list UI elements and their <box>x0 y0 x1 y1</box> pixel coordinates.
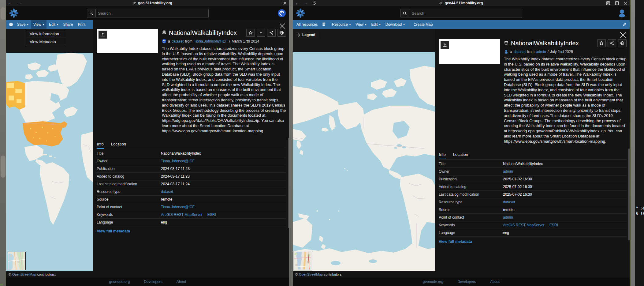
star-icon <box>599 41 604 45</box>
tab-location[interactable]: Location <box>453 151 468 159</box>
favorite-button[interactable] <box>597 39 606 47</box>
search-button[interactable] <box>87 9 96 17</box>
tab-location[interactable]: Location <box>111 141 126 149</box>
print-button[interactable]: Print <box>75 20 88 29</box>
footer-link[interactable]: About <box>177 280 186 284</box>
search-input[interactable] <box>96 9 208 17</box>
info-value: dataset <box>503 200 515 204</box>
dataset-type-link[interactable]: dataset <box>514 50 526 54</box>
view-full-metadata-link[interactable]: View full metadata <box>97 226 286 236</box>
geonode-logo[interactable] <box>9 9 18 18</box>
search-input[interactable] <box>409 9 522 17</box>
dataset-description: The Walkabiliy Index dataset characteriz… <box>504 57 627 144</box>
download-button[interactable] <box>257 29 265 37</box>
share-button[interactable] <box>267 29 276 37</box>
dataset-type-link[interactable]: dataset <box>172 39 184 43</box>
world-map[interactable] <box>293 52 435 271</box>
info-value: NationalWalkabilityIndex <box>161 151 201 156</box>
share-icon <box>269 31 274 35</box>
edit-menu[interactable]: Edit▾ <box>369 20 383 29</box>
tab-info[interactable]: Info <box>97 141 104 149</box>
info-table: TitleNationalWalkabilityIndexOwneradminP… <box>439 160 627 237</box>
create-map-button[interactable]: Create Map <box>411 20 435 29</box>
expand-panel-icon[interactable] <box>622 22 627 27</box>
scrollbar[interactable] <box>628 149 630 240</box>
scrollbar[interactable] <box>288 138 289 228</box>
upload-thumbnail-button[interactable] <box>99 31 107 39</box>
geonode-logo[interactable] <box>296 9 305 18</box>
info-value: remote <box>161 197 172 201</box>
titlebar: ← → geo44.511mobility.org <box>293 0 630 6</box>
info-value-link[interactable]: dataset <box>161 190 173 194</box>
owner-link[interactable]: Tiona.Johnson@ICF <box>194 39 228 43</box>
resource-toolbar: All resources Resource▾ View▾ Edit▾ Down… <box>293 20 630 29</box>
view-full-metadata-link[interactable]: View full metadata <box>439 237 627 246</box>
view-menu[interactable]: View▾ <box>31 20 47 29</box>
close-window-icon[interactable] <box>283 2 287 5</box>
close-panel-icon[interactable] <box>619 31 627 39</box>
info-value-link[interactable]: ESRI <box>207 213 216 217</box>
search-button[interactable] <box>401 9 409 17</box>
share-button[interactable]: Share <box>61 20 75 29</box>
save-menu[interactable]: Save▾ <box>15 20 31 29</box>
footer-link[interactable]: Developers <box>144 280 162 284</box>
openstreetmap-link[interactable]: OpenStreetMap <box>12 273 36 276</box>
legend-toggle[interactable]: Legend <box>295 31 319 39</box>
info-value-link[interactable]: ESRI <box>549 223 558 227</box>
all-resources-button[interactable]: All resources <box>294 20 320 29</box>
info-value-link[interactable]: Tiona.Johnson@ICF <box>161 205 195 209</box>
url-bar[interactable]: geo44.511mobility.org <box>316 1 606 5</box>
world-map[interactable] <box>6 53 93 271</box>
forward-button[interactable]: → <box>17 1 21 5</box>
url-bar[interactable]: geo.511mobility.org <box>21 1 283 5</box>
back-button[interactable]: ← <box>9 1 13 5</box>
info-value-link[interactable]: ArcGIS REST MapServer <box>161 213 203 217</box>
info-value-link[interactable]: admin <box>503 215 513 220</box>
forward-button[interactable]: → <box>304 1 308 5</box>
download-menu[interactable]: Download▾ <box>383 20 407 29</box>
favorite-button[interactable] <box>246 29 255 37</box>
info-value-link[interactable]: admin <box>503 169 513 174</box>
owner-link[interactable]: admin <box>536 50 546 54</box>
footer-link[interactable]: About <box>490 280 500 284</box>
close-panel-icon[interactable] <box>279 23 285 29</box>
edit-menu[interactable]: Edit▾ <box>47 20 61 29</box>
account-avatar-user[interactable] <box>617 9 627 18</box>
dropdown-item[interactable]: View Metadata <box>26 38 66 46</box>
overview-minimap[interactable] <box>8 252 26 270</box>
map-attribution: © OpenStreetMap contributors. <box>6 271 289 277</box>
info-value-text: NationalWalkabilityIndex <box>161 151 201 156</box>
info-row: TitleNationalWalkabilityIndex <box>97 150 286 157</box>
footer-link[interactable]: geonode.org <box>423 280 443 284</box>
reload-icon[interactable] <box>312 1 316 5</box>
close-window-icon[interactable] <box>624 2 627 5</box>
globe-button[interactable] <box>618 39 627 47</box>
dataset-toolbar-icon-button[interactable] <box>320 20 328 29</box>
info-button[interactable] <box>7 20 15 29</box>
footer-link[interactable]: geonode.org <box>109 280 130 284</box>
dropdown-item[interactable]: View information <box>26 30 66 38</box>
menu-list-icon[interactable] <box>606 1 610 5</box>
info-value-link[interactable]: ArcGIS REST MapServer <box>503 223 545 227</box>
info-value-link[interactable]: dataset <box>503 200 515 204</box>
map-area[interactable]: View informationView Metadata <box>6 29 93 271</box>
tab-overview-icon[interactable] <box>615 1 619 5</box>
openstreetmap-link[interactable]: OpenStreetMap <box>299 273 323 276</box>
account-avatar-geonode[interactable] <box>277 9 286 17</box>
overview-minimap[interactable] <box>293 251 312 270</box>
map-area[interactable]: Legend <box>293 29 435 271</box>
footer-link[interactable]: Developers <box>457 280 476 284</box>
info-label: Last catalog modification <box>439 192 503 197</box>
globe-button[interactable] <box>277 29 286 37</box>
tab-info[interactable]: Info <box>439 151 446 159</box>
resource-menu[interactable]: Resource▾ <box>329 20 353 29</box>
dataset-icon <box>322 22 326 27</box>
terminal-window-edge: " 50 6 (K <box>630 0 644 286</box>
upload-thumbnail-button[interactable] <box>441 41 449 49</box>
info-value-link[interactable]: Tiona.Johnson@ICF <box>161 159 195 163</box>
share-button[interactable] <box>608 39 616 47</box>
info-value: 2025-07-02 16:30 <box>503 192 532 197</box>
browser-window-right: ← → geo44.511mobility.org <box>293 0 630 286</box>
view-menu[interactable]: View▾ <box>353 20 369 29</box>
back-button[interactable]: ← <box>295 1 300 5</box>
